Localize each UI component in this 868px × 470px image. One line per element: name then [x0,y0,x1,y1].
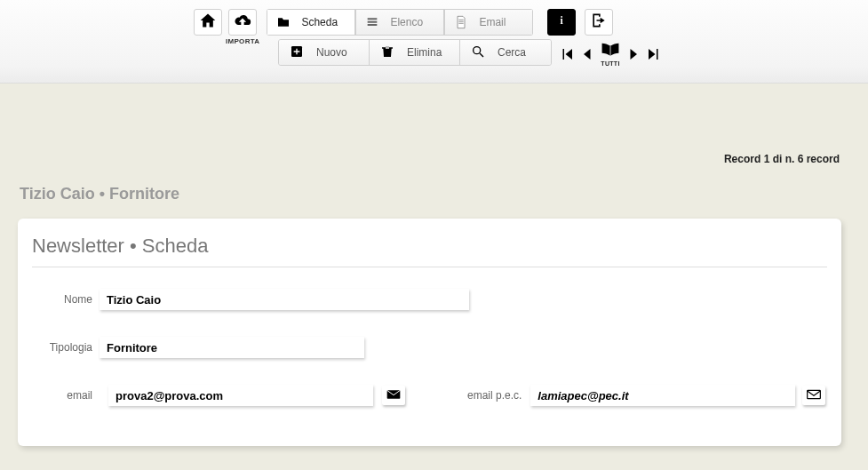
home-icon [199,12,217,33]
tab-label: Elenco [390,16,423,28]
record-navigation: TUTTI [558,41,663,67]
svg-point-4 [474,46,481,53]
card-title: Newsletter • Scheda [32,235,827,267]
cerca-button[interactable]: Cerca [460,40,551,65]
action-label: Cerca [498,46,526,59]
cloud-upload-icon [234,12,251,33]
envelope-icon [386,387,401,403]
trash-icon [380,44,394,61]
email-input[interactable] [108,385,373,406]
tab-email[interactable]: Email [444,9,533,36]
nav-all-button[interactable]: TUTTI [601,41,620,67]
search-icon [471,44,485,61]
record-card: Newsletter • Scheda Nome Tipologia email… [18,219,841,446]
tutti-label: TUTTI [601,60,619,67]
exit-button[interactable] [585,9,613,36]
nome-label: Nome [32,293,100,306]
tab-label: Scheda [301,16,338,28]
envelope-outline-icon [807,387,821,403]
list-icon [365,15,379,29]
plus-icon [290,44,304,61]
svg-rect-6 [808,390,821,398]
document-icon [454,15,468,29]
nav-first-button[interactable] [558,44,576,65]
info-icon: i [553,12,570,33]
folder-icon [276,15,291,29]
book-icon [601,41,620,60]
nuovo-button[interactable]: Nuovo [279,40,370,65]
nav-next-button[interactable] [625,44,643,65]
email-label: email [32,389,100,402]
content-area: Record 1 di n. 6 record Tizio Caio • For… [0,84,868,470]
action-label: Nuovo [316,46,347,59]
email-pec-input[interactable] [530,385,795,406]
nav-last-button[interactable] [645,44,663,65]
tab-scheda[interactable]: Scheda [267,9,355,36]
record-counter: Record 1 di n. 6 record [724,153,840,165]
info-button[interactable]: i [547,9,576,36]
import-label: IMPORTA [226,37,259,45]
send-pec-button[interactable] [802,386,825,405]
tab-label: Email [479,16,506,28]
nome-input[interactable] [100,289,469,310]
email-pec-label: email p.e.c. [467,389,522,402]
nav-prev-button[interactable] [577,44,595,65]
home-button[interactable] [194,9,222,36]
tipologia-input[interactable] [100,337,364,358]
import-button[interactable] [228,9,257,36]
action-label: Elimina [407,46,442,59]
elimina-button[interactable]: Elimina [370,40,460,65]
page-title: Tizio Caio • Fornitore [20,185,179,203]
tab-elenco[interactable]: Elenco [355,9,444,36]
exit-icon [590,12,608,33]
send-email-button[interactable] [382,386,405,405]
toolbar: IMPORTA Scheda Elenco Email [0,0,868,84]
tipologia-label: Tipologia [32,341,100,354]
